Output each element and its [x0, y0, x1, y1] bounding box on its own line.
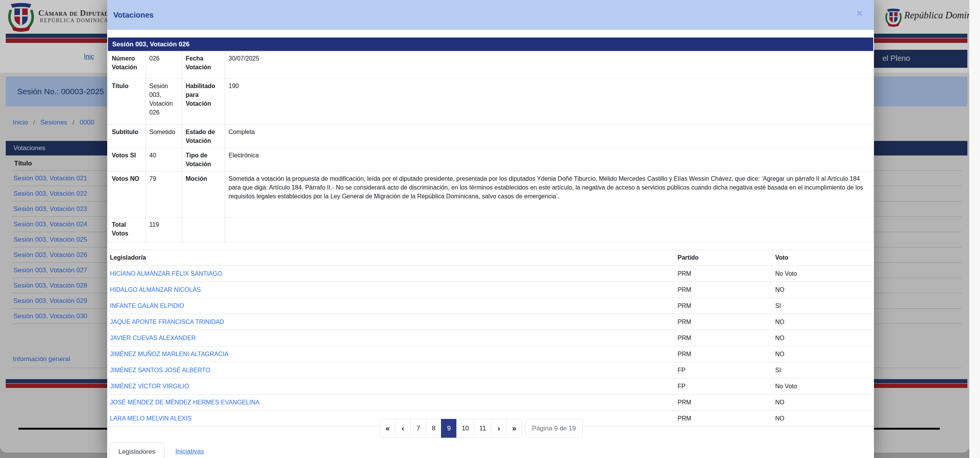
- legislator-link[interactable]: JIMÉNEZ SANTOS JOSÉ ALBERTO: [110, 367, 210, 373]
- party-cell: PRM: [676, 346, 773, 362]
- detail-value: 026: [146, 51, 182, 79]
- vote-cell: NO: [773, 411, 873, 427]
- page-10-button[interactable]: 10: [456, 419, 474, 438]
- vote-detail-caption: Sesión 003, Votación 026: [108, 38, 873, 51]
- modal-title: Votaciones: [113, 11, 154, 20]
- legislator-cell: JAQUE APONTE FRANCISCA TRINIDAD: [108, 314, 676, 330]
- page-9-button[interactable]: 9: [441, 419, 457, 438]
- detail-value: Sometido: [146, 125, 182, 148]
- party-cell: FP: [676, 362, 773, 378]
- detail-value: Completa: [225, 125, 873, 148]
- legislator-cell: JOSÉ MÉNDEZ DE MÉNDEZ HERMES EVANGELINA: [108, 394, 676, 411]
- vote-cell: No Voto: [773, 378, 873, 394]
- detail-value: Sometida a votación la propuesta de modi…: [225, 172, 873, 218]
- party-cell: PRM: [676, 298, 773, 314]
- legislator-link[interactable]: JIMÉNEZ MUÑOZ MARLENI ALTAGRACIA: [110, 351, 229, 357]
- legislator-link[interactable]: JAVIER CUEVAS ALEXANDER: [110, 335, 196, 341]
- detail-value: 119: [146, 218, 182, 242]
- party-cell: PRM: [676, 394, 773, 411]
- pagination: «‹7891011›»Página 9 de 19: [380, 419, 583, 438]
- legislator-cell: JIMÉNEZ MUÑOZ MARLENI ALTAGRACIA: [108, 346, 676, 362]
- detail-label: Subtitulo: [108, 125, 146, 148]
- vote-cell: No Voto: [773, 266, 873, 282]
- detail-value: Electrónica: [225, 148, 873, 172]
- detail-row: Total Votos119: [108, 218, 873, 242]
- table-row: JIMÉNEZ SANTOS JOSÉ ALBERTOFPSI: [108, 362, 873, 378]
- vote-cell: NO: [773, 282, 873, 298]
- legislator-link[interactable]: HICIANO ALMÁNZAR FÉLIX SANTIAGO: [110, 270, 222, 277]
- vote-cell: NO: [773, 346, 873, 362]
- legislators-table: Legislador/aPartidoVoto HICIANO ALMÁNZAR…: [108, 250, 873, 427]
- page-8-button[interactable]: 8: [426, 419, 441, 438]
- pagination-status: Página 9 de 19: [525, 419, 583, 438]
- detail-label: [182, 218, 225, 242]
- detail-label: Votos SI: [108, 148, 146, 172]
- page-7-button[interactable]: 7: [410, 419, 426, 438]
- party-cell: PRM: [676, 266, 773, 282]
- close-icon[interactable]: ×: [856, 8, 862, 19]
- table-row: JIMÉNEZ MUÑOZ MARLENI ALTAGRACIAPRMNO: [108, 346, 873, 362]
- legislator-cell: INFANTE GALÁN ELPIDIO: [108, 298, 676, 314]
- table-row: JAQUE APONTE FRANCISCA TRINIDADPRMNO: [108, 314, 873, 330]
- detail-value: 79: [146, 172, 182, 218]
- table-row: INFANTE GALÁN ELPIDIOPRMSI: [108, 298, 873, 314]
- legislator-cell: JIMÉNEZ VÍCTOR VIRGILIO: [108, 378, 676, 394]
- party-cell: PRM: [676, 411, 773, 427]
- detail-label: Título: [108, 79, 146, 125]
- detail-value: [225, 218, 873, 242]
- column-header: Voto: [773, 250, 873, 266]
- prev-page-button[interactable]: ‹: [395, 419, 411, 438]
- detail-label: Tipo de Votación: [182, 148, 225, 172]
- first-page-button[interactable]: «: [380, 419, 395, 438]
- detail-row: Votos NO79MociónSometida a votación la p…: [108, 172, 873, 218]
- detail-value: 40: [146, 148, 182, 172]
- detail-label: Total Votos: [108, 218, 146, 242]
- table-row: HIDALGO ALMÁNZAR NICOLÁSPRMNO: [108, 282, 873, 298]
- detail-row: TítuloSesión 003, Votación 026Habilitado…: [108, 79, 873, 125]
- detail-value: 190: [225, 79, 873, 125]
- detail-label: Habilitado para Votación: [182, 79, 225, 125]
- table-row: JOSÉ MÉNDEZ DE MÉNDEZ HERMES EVANGELINAP…: [108, 394, 873, 411]
- detail-row: Votos SI40Tipo de VotaciónElectrónica: [108, 148, 873, 172]
- next-page-button[interactable]: ›: [491, 419, 507, 438]
- legislator-cell: JAVIER CUEVAS ALEXANDER: [108, 330, 676, 346]
- party-cell: PRM: [676, 282, 773, 298]
- vote-cell: SI: [773, 298, 873, 314]
- column-header: Partido: [676, 250, 773, 266]
- legislators-header-row: Legislador/aPartidoVoto: [108, 250, 873, 266]
- table-row: HICIANO ALMÁNZAR FÉLIX SANTIAGOPRMNo Vot…: [108, 266, 873, 282]
- detail-label: Estado de Votación: [182, 125, 225, 148]
- last-page-button[interactable]: »: [506, 419, 522, 438]
- table-row: JIMÉNEZ VÍCTOR VIRGILIOFPNo Voto: [108, 378, 873, 394]
- detail-value: Sesión 003, Votación 026: [146, 79, 182, 125]
- tab-legisladores[interactable]: Legisladores: [109, 442, 165, 458]
- detail-row: Número Votación026Fecha Votación30/07/20…: [108, 51, 873, 79]
- detail-label: Número Votación: [108, 51, 146, 79]
- vote-detail-table: Número Votación026Fecha Votación30/07/20…: [108, 51, 873, 242]
- tab-iniciativas[interactable]: Iniciativas: [175, 442, 204, 458]
- votaciones-modal: Votaciones × Sesión 003, Votación 026 Nú…: [107, 0, 874, 458]
- party-cell: FP: [676, 378, 773, 394]
- vote-cell: NO: [773, 394, 873, 411]
- page-gutter: [969, 0, 980, 458]
- modal-header: Votaciones ×: [107, 0, 874, 30]
- legislator-link[interactable]: INFANTE GALÁN ELPIDIO: [110, 303, 184, 309]
- page-11-button[interactable]: 11: [474, 419, 492, 438]
- legislator-link[interactable]: HIDALGO ALMÁNZAR NICOLÁS: [110, 286, 201, 293]
- legislator-link[interactable]: JIMÉNEZ VÍCTOR VIRGILIO: [110, 383, 189, 389]
- legislator-cell: HICIANO ALMÁNZAR FÉLIX SANTIAGO: [108, 266, 676, 282]
- vote-cell: SI: [773, 362, 873, 378]
- column-header: Legislador/a: [108, 250, 676, 266]
- detail-row: SubtituloSometidoEstado de VotaciónCompl…: [108, 125, 873, 148]
- detail-value: 30/07/2025: [225, 51, 873, 79]
- table-row: JAVIER CUEVAS ALEXANDERPRMNO: [108, 330, 873, 346]
- legislator-cell: HIDALGO ALMÁNZAR NICOLÁS: [108, 282, 676, 298]
- vote-cell: NO: [773, 330, 873, 346]
- legislator-link[interactable]: JAQUE APONTE FRANCISCA TRINIDAD: [110, 319, 224, 325]
- party-cell: PRM: [676, 314, 773, 330]
- legislator-cell: JIMÉNEZ SANTOS JOSÉ ALBERTO: [108, 362, 676, 378]
- detail-label: Fecha Votación: [182, 51, 225, 79]
- legislator-link[interactable]: JOSÉ MÉNDEZ DE MÉNDEZ HERMES EVANGELINA: [110, 399, 260, 406]
- legislator-link[interactable]: LARA MELO MELVIN ALEXIS: [110, 415, 191, 422]
- detail-label: Votos NO: [108, 172, 146, 218]
